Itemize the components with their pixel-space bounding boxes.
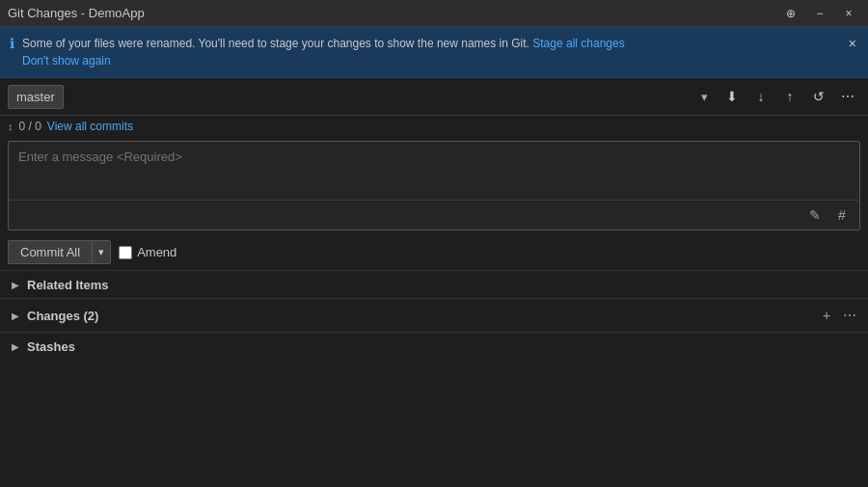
related-items-header[interactable]: ▶ Related Items: [0, 271, 868, 298]
stage-all-changes-link[interactable]: Stage all changes: [532, 37, 624, 50]
commit-all-button[interactable]: Commit All: [8, 240, 92, 264]
title-bar-left: Git Changes - DemoApp: [8, 6, 145, 20]
window-title: Git Changes - DemoApp: [8, 6, 145, 20]
related-items-section: ▶ Related Items: [0, 270, 868, 298]
branch-select[interactable]: master: [8, 85, 64, 109]
info-banner-text: Some of your files were renamed. You'll …: [22, 35, 839, 69]
commits-arrows-icon: ↕: [8, 121, 14, 132]
pull-button[interactable]: ↓: [748, 84, 773, 109]
changes-section: ▶ Changes (2) + ⋯: [0, 298, 868, 332]
push-button[interactable]: ↑: [777, 84, 802, 109]
amend-checkbox[interactable]: [119, 246, 132, 259]
changes-actions: + ⋯: [816, 305, 860, 326]
related-items-chevron-icon: ▶: [8, 277, 23, 292]
branch-row: master ⬇ ↓ ↑ ↺ ⋯: [0, 78, 868, 116]
stashes-header[interactable]: ▶ Stashes: [0, 333, 868, 360]
related-items-label: Related Items: [27, 278, 860, 292]
dont-show-again-link[interactable]: Don't show again: [22, 54, 111, 68]
commit-message-input[interactable]: [9, 142, 859, 200]
info-message: Some of your files were renamed. You'll …: [22, 37, 529, 50]
changes-more-button[interactable]: ⋯: [839, 305, 860, 326]
close-button[interactable]: ×: [837, 2, 860, 25]
info-icon: ℹ: [10, 36, 14, 51]
view-all-commits-link[interactable]: View all commits: [47, 120, 133, 133]
commit-button-group: Commit All ▾: [8, 240, 111, 264]
amend-label[interactable]: Amend: [137, 245, 176, 259]
changes-label: Changes (2): [27, 309, 816, 323]
fetch-button[interactable]: ⬇: [719, 84, 745, 109]
title-bar: Git Changes - DemoApp ⊕ − ×: [0, 0, 868, 27]
changes-chevron-icon: ▶: [8, 308, 23, 323]
info-banner: ℹ Some of your files were renamed. You'l…: [0, 27, 868, 78]
edit-message-button[interactable]: ✎: [803, 203, 827, 227]
title-bar-controls: ⊕ − ×: [779, 2, 860, 25]
pin-button[interactable]: ⊕: [779, 2, 802, 25]
commits-counters: 0 / 0: [19, 120, 41, 133]
commit-dropdown-button[interactable]: ▾: [92, 240, 111, 264]
stashes-label: Stashes: [27, 339, 860, 354]
sync-button[interactable]: ↺: [806, 84, 831, 109]
amend-group: Amend: [119, 245, 176, 259]
changes-header[interactable]: ▶ Changes (2) + ⋯: [0, 299, 868, 332]
minimize-button[interactable]: −: [808, 2, 831, 25]
hash-button[interactable]: #: [830, 203, 854, 227]
commit-row: Commit All ▾ Amend: [0, 234, 868, 270]
changes-add-button[interactable]: +: [816, 305, 837, 326]
branch-more-button[interactable]: ⋯: [835, 84, 860, 109]
banner-close-button[interactable]: ×: [847, 35, 858, 52]
stashes-section: ▶ Stashes: [0, 332, 868, 360]
message-toolbar: ✎ #: [9, 200, 859, 230]
commits-row: ↕ 0 / 0 View all commits: [0, 116, 868, 137]
branch-select-wrapper: master: [8, 85, 716, 109]
message-area: ✎ #: [8, 141, 860, 230]
stashes-chevron-icon: ▶: [8, 338, 23, 354]
